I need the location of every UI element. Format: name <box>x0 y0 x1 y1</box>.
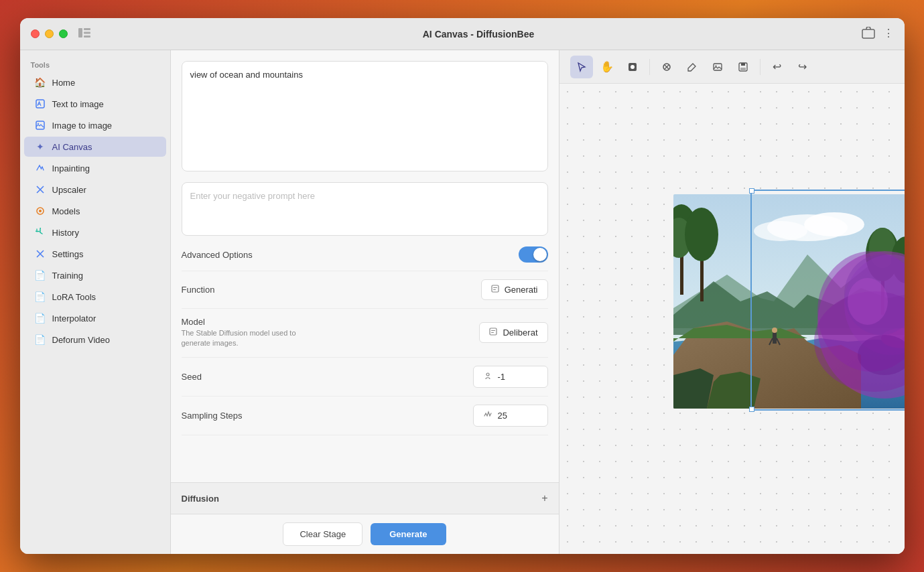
advanced-options-label: Advanced Options <box>182 250 253 260</box>
sidebar-item-deforum-video[interactable]: 📄 Deforum Video <box>24 330 166 350</box>
erase-tool-button[interactable] <box>655 56 678 78</box>
interpolator-icon: 📄 <box>35 313 46 324</box>
upscaler-icon <box>35 184 46 195</box>
app-window: AI Canvas - DiffusionBee ⋮ Tools 🏠 Home <box>20 18 905 554</box>
canvas-image-painting[interactable] <box>673 194 905 409</box>
svg-point-31 <box>685 208 718 261</box>
ai-canvas-icon: ✦ <box>35 141 46 152</box>
sidebar-item-upscaler[interactable]: Upscaler <box>24 180 166 200</box>
sidebar-item-label: AI Canvas <box>52 142 92 152</box>
pan-tool-button[interactable]: ✋ <box>596 56 618 78</box>
sidebar-item-text-to-image[interactable]: Text to image <box>24 94 166 114</box>
sidebar-tools-label: Tools <box>20 56 170 72</box>
home-icon: 🏠 <box>35 77 46 88</box>
share-button[interactable] <box>862 27 875 42</box>
models-icon <box>35 206 46 216</box>
model-sublabel: The Stable Diffusion model used to gener… <box>182 328 316 349</box>
sidebar-item-inpainting[interactable]: Inpainting <box>24 158 166 178</box>
window-title: AI Canvas - DiffusionBee <box>96 29 862 40</box>
canvas-stage[interactable] <box>559 84 905 554</box>
advanced-options-toggle[interactable] <box>519 246 548 263</box>
text-to-image-icon <box>35 98 46 109</box>
sidebar-item-image-to-image[interactable]: Image to image <box>24 115 166 135</box>
sidebar-item-label: Home <box>52 78 76 88</box>
sampling-icon <box>483 410 492 421</box>
sidebar-item-ai-canvas[interactable]: ✦ AI Canvas <box>24 137 166 157</box>
generate-button[interactable]: Generate <box>371 523 446 545</box>
sampling-steps-label: Sampling Steps <box>182 411 243 421</box>
function-icon <box>491 285 499 295</box>
panel-footer: Clear Stage Generate <box>171 514 559 554</box>
sidebar-item-label: Upscaler <box>52 185 86 195</box>
sidebar-item-label: Models <box>52 206 80 216</box>
redo-button[interactable]: ↪ <box>791 56 814 78</box>
titlebar: AI Canvas - DiffusionBee ⋮ <box>20 18 905 50</box>
maximize-button[interactable] <box>59 29 68 38</box>
brush-tool-button[interactable] <box>681 56 704 78</box>
sidebar-item-label: Interpolator <box>52 313 96 324</box>
function-value: Generati <box>505 285 538 295</box>
function-row: Function Generati <box>182 271 548 309</box>
svg-rect-12 <box>493 289 496 290</box>
diffusion-expand-button[interactable]: + <box>541 492 547 504</box>
svg-rect-23 <box>741 63 745 66</box>
seed-input-wrap: -1 <box>473 366 548 388</box>
undo-button[interactable]: ↩ <box>766 56 789 78</box>
image-to-image-icon <box>35 120 46 131</box>
sidebar-item-label: Settings <box>52 249 84 259</box>
deforum-video-icon: 📄 <box>35 334 46 345</box>
mask-tool-button[interactable] <box>621 56 644 78</box>
sampling-steps-input[interactable]: 25 <box>498 411 538 421</box>
sidebar-item-lora-tools[interactable]: 📄 LoRA Tools <box>24 287 166 307</box>
svg-point-38 <box>772 328 777 333</box>
svg-rect-2 <box>84 31 90 33</box>
inpainting-icon <box>35 163 46 173</box>
sidebar-item-label: History <box>52 228 79 238</box>
seed-row: Seed -1 <box>182 358 548 397</box>
model-row: Model The Stable Diffusion model used to… <box>182 309 548 358</box>
menu-button[interactable]: ⋮ <box>883 27 894 42</box>
svg-rect-3 <box>84 35 90 38</box>
titlebar-actions: ⋮ <box>862 27 894 42</box>
seed-input[interactable]: -1 <box>498 372 538 382</box>
sampling-steps-wrap: 25 <box>473 405 548 427</box>
minimize-button[interactable] <box>45 29 54 38</box>
sidebar-item-training[interactable]: 📄 Training <box>24 265 166 285</box>
sidebar-item-models[interactable]: Models <box>24 201 166 221</box>
function-label: Function <box>182 285 215 295</box>
svg-rect-20 <box>714 64 722 70</box>
sidebar-item-history[interactable]: History <box>24 222 166 242</box>
close-button[interactable] <box>31 29 40 38</box>
svg-rect-13 <box>490 328 497 335</box>
svg-rect-14 <box>491 330 495 331</box>
svg-rect-11 <box>493 287 497 288</box>
save-tool-button[interactable] <box>732 56 754 78</box>
sidebar-toggle-button[interactable] <box>78 28 90 40</box>
sidebar-item-label: Training <box>52 271 83 281</box>
advanced-options-row: Advanced Options <box>182 238 548 271</box>
svg-rect-15 <box>491 332 494 333</box>
svg-rect-10 <box>492 285 499 292</box>
history-icon <box>35 227 46 238</box>
model-select[interactable]: Deliberat <box>479 322 547 343</box>
panel: view of ocean and mountains Advanced Opt… <box>171 50 559 554</box>
svg-rect-1 <box>84 28 90 30</box>
svg-point-18 <box>631 65 635 69</box>
sidebar-item-interpolator[interactable]: 📄 Interpolator <box>24 308 166 328</box>
seed-icon <box>483 371 492 382</box>
sampling-steps-row: Sampling Steps 25 <box>182 397 548 435</box>
select-tool-button[interactable] <box>570 56 593 78</box>
image-tool-button[interactable] <box>706 56 729 78</box>
negative-prompt-input[interactable] <box>182 182 548 236</box>
svg-point-9 <box>39 210 42 212</box>
prompt-input[interactable]: view of ocean and mountains <box>182 61 548 171</box>
sidebar-item-label: Inpainting <box>52 163 90 173</box>
sidebar-item-settings[interactable]: Settings <box>24 244 166 264</box>
main-content: Tools 🏠 Home Text to image <box>20 50 905 554</box>
clear-stage-button[interactable]: Clear Stage <box>283 522 362 546</box>
settings-icon <box>35 248 46 259</box>
sidebar-item-home[interactable]: 🏠 Home <box>24 72 166 92</box>
canvas-toolbar: ✋ <box>559 50 905 84</box>
function-select[interactable]: Generati <box>481 279 548 300</box>
sidebar-item-label: LoRA Tools <box>52 292 96 302</box>
